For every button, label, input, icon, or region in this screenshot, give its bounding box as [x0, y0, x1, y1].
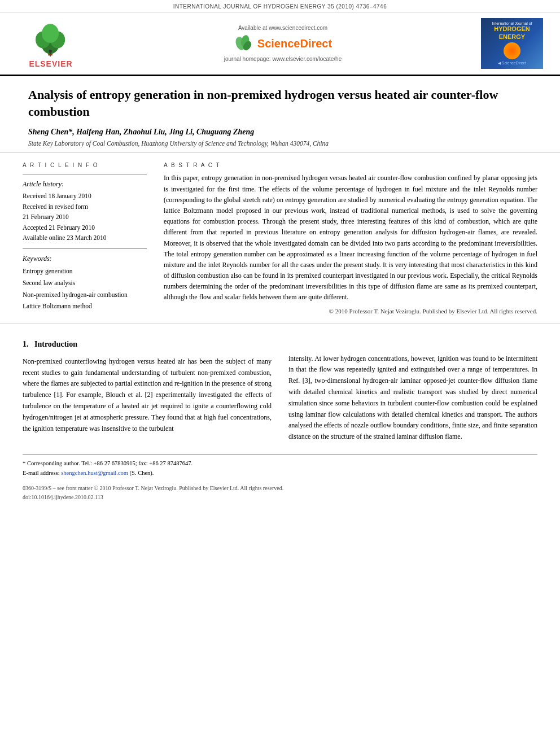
copyright-text: © 2010 Professor T. Nejat Veziroglu. Pub… — [164, 308, 537, 314]
received-date: Received 18 January 2010 — [23, 191, 147, 201]
affiliation: State Key Laboratory of Coal Combustion,… — [28, 140, 532, 147]
hydrogen-energy-logo: International Journal of HYDROGENENERGY … — [481, 18, 543, 69]
email-line: E-mail address: shengchen.hust@gmail.com… — [23, 469, 537, 478]
issn-line: 0360-3199/$ – see front matter © 2010 Pr… — [23, 484, 537, 493]
he-sd-text: ◀ ScienceDirect — [498, 61, 526, 65]
intro-col1-text: Non-premixed counterflowing hydrogen ver… — [23, 356, 272, 435]
keyword2: Second law analysis — [23, 277, 147, 289]
two-col-body: 1. Introduction Non-premixed counterflow… — [23, 335, 537, 443]
he-circle-icon — [504, 42, 520, 59]
body-col-right: intensity. At lower hydrogen concentrati… — [288, 335, 537, 443]
revised-date: 21 February 2010 — [23, 212, 147, 222]
he-title-text: HYDROGENENERGY — [494, 25, 530, 40]
svg-point-5 — [49, 50, 52, 53]
logo-bar: ELSEVIER Available at www.sciencedirect.… — [0, 12, 560, 76]
article-info-column: A R T I C L E I N F O Article history: R… — [23, 162, 147, 314]
sciencedirect-text: ScienceDirect — [257, 37, 332, 50]
center-logo-section: Available at www.sciencedirect.com Scien… — [224, 25, 342, 62]
journal-header-text: INTERNATIONAL JOURNAL OF HYDROGEN ENERGY… — [173, 3, 387, 10]
paper-title-section: Analysis of entropy generation in non-pr… — [0, 76, 560, 153]
abstract-text: In this paper, entropy generation in non… — [164, 173, 537, 303]
divider2 — [23, 248, 147, 249]
section-num: 1. — [23, 340, 29, 348]
accepted-date: Accepted 21 February 2010 — [23, 222, 147, 233]
journal-homepage-text: journal homepage: www.elsevier.com/locat… — [224, 56, 342, 62]
intro-col2-text: intensity. At lower hydrogen concentrati… — [288, 353, 537, 443]
main-body: 1. Introduction Non-premixed counterflow… — [0, 324, 560, 454]
available-at-text: Available at www.sciencedirect.com — [238, 25, 327, 31]
elsevier-logo: ELSEVIER — [17, 19, 85, 68]
history-label: Article history: — [23, 180, 147, 189]
article-info-abstract: A R T I C L E I N F O Article history: R… — [0, 153, 560, 324]
divider — [23, 174, 147, 174]
paper-title: Analysis of entropy generation in non-pr… — [28, 86, 532, 120]
svg-point-4 — [42, 24, 59, 43]
available-date: Available online 23 March 2010 — [23, 233, 147, 243]
abstract-column: A B S T R A C T In this paper, entropy g… — [164, 162, 537, 314]
revised-label: Received in revised form — [23, 202, 147, 212]
keyword4: Lattice Boltzmann method — [23, 300, 147, 312]
keyword3: Non-premixed hydrogen-air combustion — [23, 289, 147, 301]
email-link[interactable]: shengchen.hust@gmail.com — [61, 470, 128, 476]
elsevier-tree-icon — [25, 19, 76, 58]
email-suffix: (S. Chen). — [130, 470, 154, 476]
sciencedirect-logo: ScienceDirect — [234, 33, 332, 54]
he-intl-text: International Journal of — [492, 21, 532, 25]
section-title: Introduction — [34, 340, 77, 348]
section-heading: 1. Introduction — [23, 338, 272, 351]
elsevier-text: ELSEVIER — [29, 59, 72, 68]
email-label: E-mail address: — [23, 470, 60, 476]
bottom-info: 0360-3199/$ – see front matter © 2010 Pr… — [0, 482, 560, 504]
doi-line: doi:10.1016/j.ijhydene.2010.02.113 — [23, 493, 537, 502]
abstract-label: A B S T R A C T — [164, 162, 537, 168]
keywords-label: Keywords: — [23, 255, 147, 263]
footnote-section: * Corresponding author. Tel.: +86 27 678… — [23, 454, 537, 482]
corresponding-author: * Corresponding author. Tel.: +86 27 678… — [23, 459, 537, 469]
authors: Sheng Chen*, Haifeng Han, Zhaohui Liu, J… — [28, 128, 532, 137]
sciencedirect-icon — [234, 33, 254, 54]
article-info-label: A R T I C L E I N F O — [23, 162, 147, 168]
journal-header: INTERNATIONAL JOURNAL OF HYDROGEN ENERGY… — [0, 0, 560, 12]
keyword1: Entropy generation — [23, 265, 147, 277]
body-col-left: 1. Introduction Non-premixed counterflow… — [23, 335, 272, 443]
